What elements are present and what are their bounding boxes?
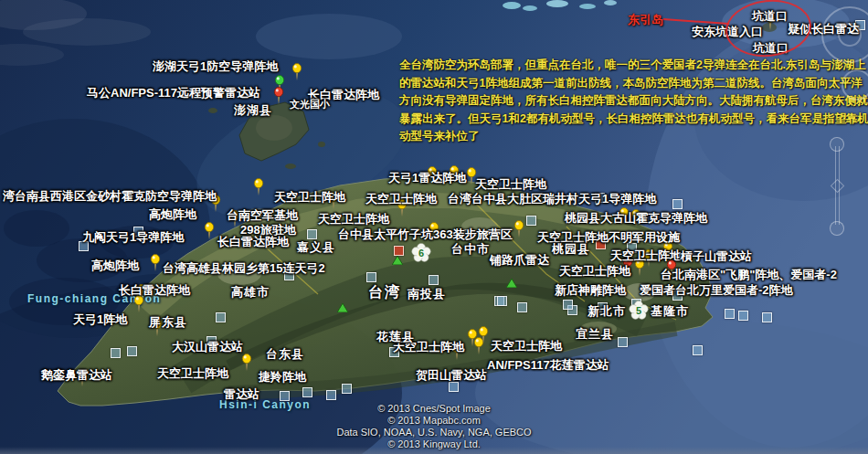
place-label: 澎湖县 [234,102,272,119]
place-label: 花莲县 [376,329,415,345]
photo-poi-icon[interactable] [342,384,352,394]
analysis-note-line: 的雷达站和天弓1阵地组成第一道前出防线，本岛防空阵地为第二道防线。台湾岛面向太平… [399,75,868,93]
photo-poi-icon[interactable] [563,300,573,310]
photo-poi-icon[interactable] [111,348,121,358]
site-label: 高炮阵地 [91,258,139,274]
site-label: 台湾台中县大肚区瑞井村天弓1导弹阵地 [448,191,656,207]
place-label: 新北市 [587,303,626,320]
map-attribution: © 2013 Cnes/Spot Image© 2013 Mapabc.comD… [297,403,571,450]
photo-poi-icon[interactable] [307,229,317,239]
pushpin-yellow-icon[interactable] [148,254,163,276]
analysis-note-line: 全台湾防空为环岛部署，但重点在台北，唯一的三个爱国者2导弹连全在台北.东引岛与澎… [399,57,868,75]
site-label: 槓子山雷达站 [681,248,752,265]
svg-text:5: 5 [636,305,641,316]
attribution-line: Data SIO, NOAA, U.S. Navy, NGA, GEBCO [297,427,571,438]
site-label: 新店神雕阵地 [555,282,626,299]
place-label: 屏东县 [149,314,187,331]
photo-poi-icon[interactable] [738,311,748,321]
site-label: 贺田山雷达站 [416,367,487,384]
pushpin-yellow-icon[interactable] [476,326,491,348]
site-label: 雷达站 [224,386,259,403]
highway-5-shield: 5 [629,301,649,324]
site-label: 天空卫士阵地 [559,263,630,280]
mountain-peak-icon [506,275,517,291]
photo-poi-icon[interactable] [517,302,527,312]
site-label: 天空卫士阵地 [610,248,682,264]
place-label: 台中市 [451,241,490,258]
photo-poi-icon[interactable] [762,312,772,322]
photo-poi-icon[interactable] [127,346,137,356]
photo-poi-icon[interactable] [618,337,628,347]
site-label: 文光国小 [290,98,330,111]
pushpin-yellow-icon[interactable] [290,63,304,85]
site-label: AN/FPS117花莲雷达站 [487,357,609,374]
photo-poi-icon[interactable] [693,345,703,355]
photo-poi-icon[interactable] [429,275,439,285]
analysis-note-line: 暴露出来了。但天弓1和2都有机动型号，长白相控阵雷达也有机动型号，看来台军是指望… [399,111,868,129]
status-bar-sliver [0,447,868,454]
photo-poi-icon[interactable] [366,272,376,282]
site-label: 爱国者台北万里爱国者-2阵地 [640,282,793,299]
site-label: 天弓1雷达阵地 [388,170,466,186]
site-label: 高炮阵地 [149,206,196,223]
zoom-out-knob[interactable] [830,221,844,236]
pushpin-yellow-icon[interactable] [512,220,526,242]
svg-text:6: 6 [418,248,424,259]
place-label: 台湾 [368,283,401,302]
analysis-note-line: 方向没有导弹固定阵地，所有长白相控阵雷达都面向大陆方向。大陆拥有航母后，台湾东侧… [399,92,868,111]
site-label: 湾台南县西港区金砂村霍克防空导弹阵地 [3,188,217,205]
site-label: 台北南港区"飞鹏"阵地、爱国者-2 [661,267,837,283]
photo-poi-icon[interactable] [725,309,735,319]
site-label: 台湾高雄县林园乡第15连天弓2 [163,260,325,277]
site-label: 天空卫士阵地 [318,211,389,227]
site-label: 九阄天弓1导弹阵地 [82,229,184,246]
google-earth-viewport[interactable]: 澎湖天弓1防空导弹阵地马公AN/FPS-117远程预警雷达站长白雷达阵地文光国小… [0,0,868,454]
site-label: 天弓1阵地 [73,311,127,328]
attribution-line: © 2013 Cnes/Spot Image [297,403,571,415]
photo-poi-icon[interactable] [526,216,536,226]
pushpin-yellow-icon[interactable] [202,222,217,244]
pushpin-yellow-icon[interactable] [239,354,254,375]
place-label: 台东县 [266,346,304,363]
site-label: 长白雷达阵地 [119,282,190,299]
pushpin-red-icon[interactable] [271,87,286,109]
pushpin-yellow-icon[interactable] [251,178,266,200]
site-label: 长白雷达阵地 [217,234,289,250]
mountain-peak-icon [337,300,348,316]
analysis-note-line: 动型号来补位了 [399,128,868,146]
zoom-mid-tick[interactable] [831,179,845,194]
photo-poi-icon[interactable] [497,296,507,306]
highway-6-shield: 6 [411,243,431,267]
site-label: 鹅銮鼻雷达站 [41,367,112,384]
photo-poi-icon[interactable] [394,246,404,256]
place-label: 南投县 [408,286,446,302]
photo-poi-icon[interactable] [672,199,683,209]
site-label: 天空卫士阵地 [491,338,562,354]
move-ring-control[interactable] [842,69,868,100]
photo-poi-icon[interactable] [302,387,312,397]
site-label: 桃园县大古山霍克导弹阵地 [565,210,707,227]
place-label: 桃园县 [552,241,590,258]
site-label: 大汉山雷达站 [172,339,243,355]
site-label: 天空卫士阵地 [365,191,437,207]
site-label: 铺路爪雷达 [490,252,549,269]
site-label: 天空卫士阵地 [157,365,228,382]
site-label: 捷羚阵地 [259,369,306,385]
place-label: 高雄市 [231,284,270,301]
analysis-note: 全台湾防空为环岛部署，但重点在台北，唯一的三个爱国者2导弹连全在台北.东引岛与澎… [399,57,868,146]
dongyin-island-label: 东引岛 [628,12,663,28]
site-label: 澎湖天弓1防空导弹阵地 [153,58,278,75]
zoom-slider[interactable] [830,137,844,234]
place-label: 宜兰县 [576,326,614,343]
place-label: 嘉义县 [297,239,335,256]
site-label: 马公AN/FPS-117远程预警雷达站 [87,85,260,101]
attribution-line: © 2013 Mapabc.com [297,415,571,427]
place-label: 基隆市 [651,303,689,320]
site-label: 天空卫士阵地 [274,189,345,206]
photo-poi-icon[interactable] [326,390,336,400]
photo-poi-icon[interactable] [216,312,226,322]
